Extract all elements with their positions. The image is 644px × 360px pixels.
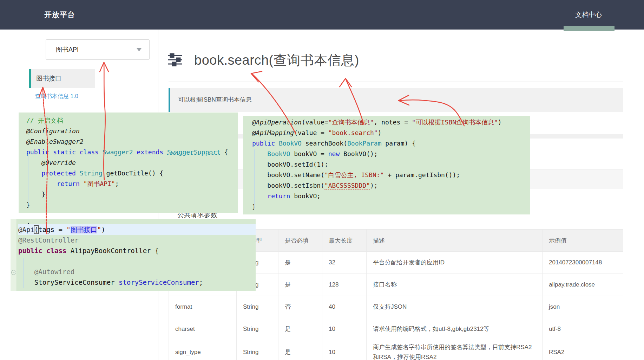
code-token: AlipayBookController { [66, 247, 159, 255]
code-snippet-api-controller: ,@Api(tags = "图书接口")@RestControllerpubli… [11, 219, 256, 291]
code-token [76, 169, 80, 177]
code-token: @EnableSwagger2 [26, 138, 84, 145]
code-token: @RestController [18, 236, 79, 244]
nav-doc-center[interactable]: 文档中心 [575, 0, 602, 30]
code-token: { [221, 148, 228, 156]
code-token: @Override [41, 159, 76, 166]
cell-example: json [543, 296, 623, 318]
code-token: param) { [382, 140, 416, 147]
code-token: (value = [294, 129, 328, 136]
nav-active-tab-indicator [564, 26, 615, 31]
code-line: } [26, 200, 238, 210]
code-line: protected String getDocTitle() { [26, 168, 238, 179]
code-token: StoryServiceConsumer [18, 278, 119, 286]
code-token [49, 148, 53, 156]
api-select-dropdown[interactable]: 图书API [46, 39, 150, 60]
code-line: StoryServiceConsumer storyServiceConsume… [18, 277, 256, 288]
code-token: ) [101, 226, 105, 233]
indent-guide [254, 149, 255, 209]
indent-guide [23, 258, 24, 288]
code-token: "查询书本信息" [328, 118, 374, 126]
sidebar-item-book-api[interactable]: 图书接口 [29, 69, 95, 88]
cell-required: 是 [278, 274, 322, 296]
code-token: " [66, 226, 70, 233]
cell-example: 2014072300007148 [543, 252, 623, 274]
sidebar-link-search-book[interactable]: 查询书本信息 1.0 [35, 93, 78, 100]
cell-max_length: 128 [322, 274, 367, 296]
cell-example: utf-8 [543, 318, 623, 340]
cell-type: String [237, 296, 278, 318]
code-line: return bookVO; [252, 191, 530, 201]
code-snippet-api-operation: @ApiOperation(value="查询书本信息", notes = "可… [243, 116, 530, 214]
code-token: public [18, 247, 42, 255]
code-token: "图书API" [84, 180, 115, 187]
code-line: public static class Swagger2 extends Swa… [26, 147, 238, 158]
code-token [26, 169, 41, 177]
page-title: book.search(查询书本信息) [194, 51, 359, 69]
code-line: @EnableSwagger2 [26, 136, 238, 147]
cell-param: format [169, 296, 237, 318]
code-token [42, 247, 46, 255]
code-token: return [267, 192, 290, 200]
code-line: public BookVO searchBook(BookParam param… [252, 138, 530, 149]
cell-max_length: 32 [322, 252, 367, 274]
sliders-icon [168, 53, 183, 67]
brand-title: 开放平台 [44, 0, 75, 30]
cell-param: charset [169, 318, 237, 340]
code-line: return "图书API"; [26, 179, 238, 189]
code-line: @RestController [18, 235, 256, 245]
code-line: } [252, 201, 530, 212]
code-token: bookVO.setIsbn( [252, 182, 324, 189]
info-banner-text: 可以根据ISBN查询书本信息 [178, 88, 252, 112]
code-token: , notes = [374, 118, 412, 126]
code-line: @ApiOperation(value="查询书本信息", notes = "可… [252, 117, 530, 128]
code-token: ) [498, 118, 502, 126]
code-token: String [80, 169, 103, 177]
table-row: charsetString是10请求使用的编码格式，如utf-8,gbk,gb2… [169, 318, 623, 340]
code-token: static [53, 148, 76, 156]
code-line: public class AlipayBookController { [18, 245, 256, 256]
code-token [275, 140, 279, 147]
code-token: ( [34, 226, 38, 233]
code-token [18, 268, 34, 276]
column-header: 示例值 [543, 230, 623, 252]
code-token: bookVO.setName( [252, 171, 324, 179]
code-line: // 开启文档 [26, 115, 238, 126]
code-token: ) [378, 129, 382, 136]
code-token: SwaggerSupport [167, 148, 221, 156]
code-token: ; [115, 180, 119, 187]
api-select-value: 图书API [56, 40, 79, 59]
cell-required: 否 [278, 296, 322, 318]
table-row: formatString否40仅支持JSONjson [169, 296, 623, 318]
code-token: + param.getIsbn()); [384, 171, 460, 179]
code-token [133, 148, 137, 156]
code-line: @Override [26, 158, 238, 168]
sidebar-item-label: 图书接口 [36, 69, 61, 88]
code-token: public [26, 148, 49, 156]
code-token: @ApiMapping [252, 129, 294, 136]
code-token: bookVO; [290, 192, 321, 200]
code-token: bookVO.setId(1); [252, 161, 328, 168]
cell-type: String [237, 318, 278, 340]
column-header: 是否必填 [278, 230, 322, 252]
code-token [80, 180, 84, 187]
code-token: return [57, 180, 80, 187]
code-snippet-swagger-config: // 开启文档@Configuration@EnableSwagger2publ… [19, 112, 238, 213]
cell-type: String [237, 340, 278, 360]
collapse-minus-icon[interactable]: − [11, 270, 16, 275]
code-token: "book.search" [328, 129, 378, 136]
code-token: BookVO [279, 140, 302, 147]
code-token [26, 180, 57, 187]
column-header: 最大长度 [322, 230, 367, 252]
active-item-accent-bar [29, 69, 31, 88]
column-header: 描述 [367, 230, 543, 252]
code-token: bookVO = [290, 150, 328, 158]
code-token: protected [41, 169, 76, 177]
code-token: " [97, 226, 101, 233]
top-navbar: 开放平台 文档中心 [0, 0, 644, 30]
cell-description: 接口名称 [367, 274, 543, 296]
code-token [26, 159, 41, 166]
code-token: BookParam [347, 140, 382, 147]
code-token: storyServiceConsumer [119, 278, 199, 286]
code-token: @ApiOperation [252, 118, 302, 126]
